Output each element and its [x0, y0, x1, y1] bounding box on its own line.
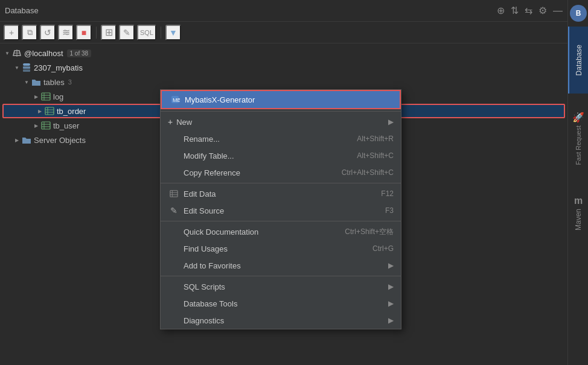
ctx-add-favorites[interactable]: Add to Favorites ▶ — [161, 257, 401, 274]
tables-arrow — [22, 77, 31, 87]
ctx-quick-doc-label: Quick Documentation — [184, 227, 345, 236]
sidebar-tab-database[interactable]: Database — [568, 27, 588, 94]
ctx-find-usages-shortcut: Ctrl+G — [372, 244, 394, 253]
ctx-new-arrow: ▶ — [388, 118, 394, 126]
ctx-sql-arrow: ▶ — [388, 282, 394, 291]
svg-rect-20 — [170, 191, 177, 197]
database-icon — [22, 63, 31, 72]
ctx-edit-source[interactable]: ✎ Edit Source F3 — [161, 202, 401, 219]
tb-user-table-icon — [41, 121, 51, 130]
localhost-counter: 1 of 38 — [67, 49, 92, 57]
ctx-edit-source-shortcut: F3 — [385, 206, 394, 215]
ctx-copy-shortcut: Ctrl+Alt+Shift+C — [342, 168, 394, 177]
tree-item-tables[interactable]: tables 3 — [0, 75, 567, 89]
fast-request-icon: 🚀 — [572, 112, 584, 123]
log-label: log — [53, 92, 63, 101]
ctx-new-label: New — [176, 118, 383, 127]
context-menu: MB MybatisX-Generator + New ▶ Rename... … — [160, 89, 401, 329]
sort-desc-icon[interactable]: ⇆ — [525, 5, 532, 16]
ctx-favorites-arrow: ▶ — [388, 261, 394, 270]
ctx-sep-3 — [161, 221, 401, 221]
tables-label: tables — [43, 78, 65, 87]
ctx-edit-source-icon: ✎ — [168, 205, 180, 217]
ctx-edit-source-label: Edit Source — [184, 206, 385, 215]
table-button[interactable]: ⊞ — [101, 25, 117, 40]
ctx-diagnostics[interactable]: Diagnostics ▶ — [161, 312, 401, 329]
ctx-new-plus: + — [168, 117, 173, 127]
database-tab-label: Database — [575, 45, 583, 75]
ctx-find-usages[interactable]: Find Usages Ctrl+G — [161, 240, 401, 257]
settings-icon[interactable]: ⚙ — [538, 5, 547, 16]
filter-button[interactable]: ▼ — [165, 25, 181, 40]
ctx-mybatisx-label: MybatisX-Generator — [185, 95, 392, 104]
ctx-modify-shortcut: Alt+Shift+C — [357, 151, 394, 160]
add-button[interactable]: + — [4, 25, 19, 40]
title-bar-left: Database — [5, 6, 39, 15]
globe-icon[interactable]: ⊕ — [497, 5, 505, 16]
svg-text:MB: MB — [173, 97, 180, 103]
sort-asc-icon[interactable]: ⇅ — [511, 5, 519, 16]
ctx-sql-icon — [168, 281, 180, 293]
ctx-db-tools-arrow: ▶ — [388, 299, 394, 308]
edit-button[interactable]: ✎ — [119, 25, 135, 40]
title-bar: Database ⊕ ⇅ ⇆ ⚙ — — [0, 0, 567, 22]
log-arrow — [31, 92, 41, 101]
sql-button[interactable]: SQL — [137, 25, 156, 40]
mybatisx-icon: MB — [169, 94, 181, 106]
ctx-edit-data-icon — [168, 188, 180, 200]
tree-item-localhost[interactable]: @localhost 1 of 38 — [0, 46, 567, 60]
ctx-edit-data-shortcut: F12 — [381, 189, 394, 198]
ctx-favorites-icon — [168, 259, 180, 271]
ctx-modify-table[interactable]: Modify Table... Alt+Shift+C — [161, 147, 401, 164]
sidebar-tab-maven[interactable]: m Maven — [568, 183, 588, 243]
svg-rect-14 — [42, 122, 50, 129]
ctx-quick-doc[interactable]: Quick Documentation Ctrl+Shift+空格 — [161, 223, 401, 240]
stop-button[interactable]: ■ — [76, 25, 92, 40]
localhost-icon — [12, 48, 22, 58]
sidebar-tab-bito[interactable]: B — [568, 0, 588, 27]
ctx-db-tools-label: Database Tools — [184, 299, 383, 308]
right-sidebar: B Database 🚀 Fast Request m Maven — [567, 0, 588, 365]
ctx-sql-scripts[interactable]: SQL Scripts ▶ — [161, 278, 401, 295]
tb-order-arrow — [35, 106, 45, 116]
ctx-find-usages-label: Find Usages — [184, 244, 372, 253]
log-table-icon — [41, 92, 51, 101]
separator-1 — [96, 27, 97, 39]
ctx-edit-data[interactable]: Edit Data F12 — [161, 185, 401, 202]
refresh-button[interactable]: ↺ — [40, 25, 56, 40]
ctx-modify-icon — [168, 150, 180, 162]
ctx-sql-label: SQL Scripts — [184, 282, 383, 291]
svg-rect-4 — [23, 66, 30, 69]
ctx-rename-label: Rename... — [184, 135, 357, 144]
localhost-arrow — [2, 48, 12, 58]
ctx-mybatisx-generator[interactable]: MB MybatisX-Generator — [161, 90, 401, 109]
ctx-rename-icon — [168, 133, 180, 145]
tb-user-arrow — [31, 121, 41, 130]
tables-badge: 3 — [68, 78, 72, 86]
schema-button[interactable]: ≋ — [58, 25, 74, 40]
server-objects-arrow — [12, 135, 22, 145]
ctx-rename[interactable]: Rename... Alt+Shift+R — [161, 130, 401, 147]
minimize-icon[interactable]: — — [553, 5, 563, 16]
ctx-rename-shortcut: Alt+Shift+R — [357, 135, 394, 143]
svg-rect-3 — [23, 63, 30, 66]
ctx-sep-1 — [161, 111, 401, 112]
ctx-new[interactable]: + New ▶ — [161, 113, 401, 130]
tables-folder-icon — [31, 77, 41, 87]
ctx-db-tools[interactable]: Database Tools ▶ — [161, 295, 401, 312]
tb-order-label: tb_order — [57, 107, 86, 116]
ctx-sep-2 — [161, 183, 401, 183]
ctx-copy-reference[interactable]: Copy Reference Ctrl+Alt+Shift+C — [161, 164, 401, 181]
bito-avatar: B — [570, 5, 587, 22]
mybatis-arrow — [12, 63, 22, 72]
ctx-diagnostics-icon — [168, 314, 180, 326]
svg-rect-10 — [45, 107, 54, 115]
tree-item-mybatis[interactable]: 2307_mybatis — [0, 60, 567, 75]
duplicate-button[interactable]: ⧉ — [22, 25, 37, 40]
sidebar-tab-fast-request[interactable]: 🚀 Fast Request — [568, 94, 588, 183]
ctx-diagnostics-arrow: ▶ — [388, 316, 394, 325]
localhost-label: @localhost — [24, 49, 63, 58]
ctx-diagnostics-label: Diagnostics — [184, 316, 383, 325]
ctx-find-usages-icon — [168, 243, 180, 255]
tb-user-label: tb_user — [53, 121, 79, 130]
